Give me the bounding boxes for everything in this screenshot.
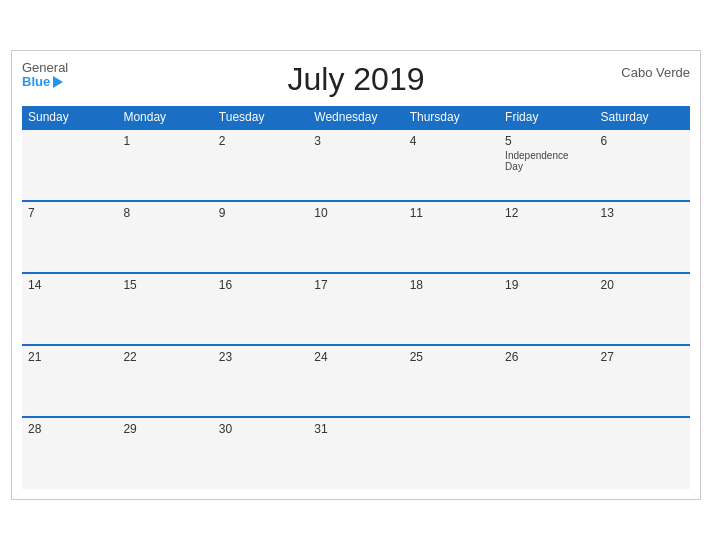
day-number: 4 [410, 134, 493, 148]
day-number: 20 [601, 278, 684, 292]
day-number: 31 [314, 422, 397, 436]
country-label: Cabo Verde [621, 65, 690, 80]
calendar-cell: 12 [499, 201, 594, 273]
calendar-cell: 27 [595, 345, 690, 417]
calendar-title: July 2019 [288, 61, 425, 98]
event-label: Independence Day [505, 150, 588, 172]
day-number: 6 [601, 134, 684, 148]
calendar-cell: 3 [308, 129, 403, 201]
calendar-cell: 13 [595, 201, 690, 273]
day-number: 10 [314, 206, 397, 220]
day-number: 23 [219, 350, 302, 364]
calendar-cell: 14 [22, 273, 117, 345]
calendar-cell: 23 [213, 345, 308, 417]
calendar-cell: 10 [308, 201, 403, 273]
day-number: 19 [505, 278, 588, 292]
day-number: 13 [601, 206, 684, 220]
day-number: 28 [28, 422, 111, 436]
calendar-cell: 19 [499, 273, 594, 345]
calendar-cell: 31 [308, 417, 403, 489]
day-number: 14 [28, 278, 111, 292]
calendar-thead: Sunday Monday Tuesday Wednesday Thursday… [22, 106, 690, 129]
calendar-cell: 8 [117, 201, 212, 273]
calendar-cell [499, 417, 594, 489]
calendar-header: General Blue July 2019 Cabo Verde [22, 61, 690, 98]
calendar-cell: 20 [595, 273, 690, 345]
day-number: 25 [410, 350, 493, 364]
calendar-body: 12345Independence Day6789101112131415161… [22, 129, 690, 489]
day-number: 9 [219, 206, 302, 220]
calendar-cell: 22 [117, 345, 212, 417]
day-number: 2 [219, 134, 302, 148]
calendar-cell: 18 [404, 273, 499, 345]
calendar-cell: 1 [117, 129, 212, 201]
calendar-cell [22, 129, 117, 201]
calendar-cell: 11 [404, 201, 499, 273]
calendar-cell: 29 [117, 417, 212, 489]
calendar-week-row: 14151617181920 [22, 273, 690, 345]
day-number: 26 [505, 350, 588, 364]
day-number: 12 [505, 206, 588, 220]
calendar-cell: 28 [22, 417, 117, 489]
calendar-cell: 26 [499, 345, 594, 417]
day-number: 17 [314, 278, 397, 292]
col-wednesday: Wednesday [308, 106, 403, 129]
day-number: 1 [123, 134, 206, 148]
col-saturday: Saturday [595, 106, 690, 129]
calendar-cell: 7 [22, 201, 117, 273]
calendar-cell: 2 [213, 129, 308, 201]
col-thursday: Thursday [404, 106, 499, 129]
brand-general-text: General [22, 61, 68, 75]
calendar-cell [404, 417, 499, 489]
day-number: 21 [28, 350, 111, 364]
day-number: 5 [505, 134, 588, 148]
day-number: 7 [28, 206, 111, 220]
calendar-table: Sunday Monday Tuesday Wednesday Thursday… [22, 106, 690, 489]
calendar-week-row: 78910111213 [22, 201, 690, 273]
day-number: 22 [123, 350, 206, 364]
calendar-week-row: 21222324252627 [22, 345, 690, 417]
calendar-cell: 6 [595, 129, 690, 201]
calendar-cell: 5Independence Day [499, 129, 594, 201]
day-number: 3 [314, 134, 397, 148]
calendar-cell: 17 [308, 273, 403, 345]
day-number: 18 [410, 278, 493, 292]
col-sunday: Sunday [22, 106, 117, 129]
calendar-week-row: 28293031 [22, 417, 690, 489]
day-number: 11 [410, 206, 493, 220]
day-number: 24 [314, 350, 397, 364]
day-number: 15 [123, 278, 206, 292]
calendar-cell: 24 [308, 345, 403, 417]
day-number: 8 [123, 206, 206, 220]
calendar-cell: 21 [22, 345, 117, 417]
brand-triangle-icon [53, 76, 63, 88]
day-number: 29 [123, 422, 206, 436]
col-tuesday: Tuesday [213, 106, 308, 129]
brand-logo: General Blue [22, 61, 68, 90]
day-number: 30 [219, 422, 302, 436]
calendar-week-row: 12345Independence Day6 [22, 129, 690, 201]
calendar-cell: 30 [213, 417, 308, 489]
calendar-cell: 4 [404, 129, 499, 201]
brand-blue-text: Blue [22, 75, 50, 89]
calendar-container: General Blue July 2019 Cabo Verde Sunday… [11, 50, 701, 500]
calendar-cell: 25 [404, 345, 499, 417]
calendar-cell: 16 [213, 273, 308, 345]
col-friday: Friday [499, 106, 594, 129]
calendar-cell: 9 [213, 201, 308, 273]
calendar-cell [595, 417, 690, 489]
day-number: 16 [219, 278, 302, 292]
col-monday: Monday [117, 106, 212, 129]
calendar-cell: 15 [117, 273, 212, 345]
day-number: 27 [601, 350, 684, 364]
header-row: Sunday Monday Tuesday Wednesday Thursday… [22, 106, 690, 129]
